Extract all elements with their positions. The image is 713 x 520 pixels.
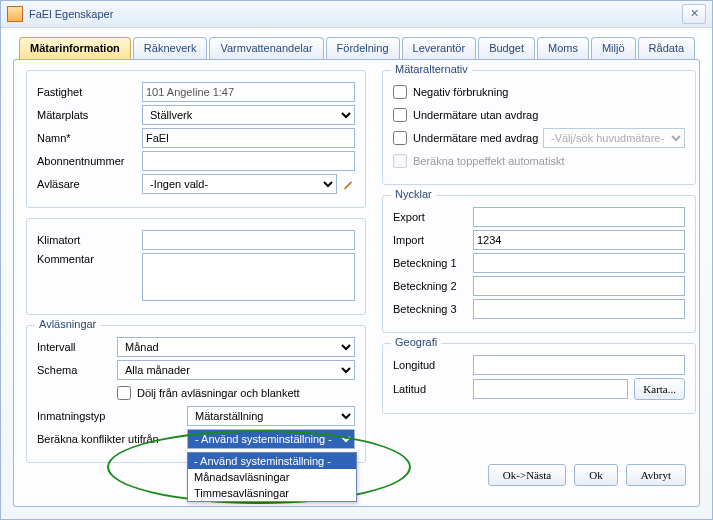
checkbox-icon[interactable] bbox=[393, 131, 407, 145]
dropdown-option[interactable]: - Använd systeminställning - bbox=[188, 453, 356, 469]
berakna-konflikter-dropdown: - Använd systeminställning - Månadsavläs… bbox=[187, 452, 357, 502]
matarplats-label: Mätarplats bbox=[37, 109, 142, 121]
namn-field[interactable] bbox=[142, 128, 355, 148]
berakna-konflikter-label: Beräkna konflikter utifrån bbox=[37, 433, 187, 445]
negativ-checkbox[interactable]: Negativ förbrukning bbox=[393, 85, 508, 99]
tab-budget[interactable]: Budget bbox=[478, 37, 535, 59]
group-klimat: Klimatort Kommentar bbox=[26, 218, 366, 315]
app-icon bbox=[7, 6, 23, 22]
nycklar-legend: Nycklar bbox=[391, 188, 436, 200]
kommentar-label: Kommentar bbox=[37, 253, 142, 265]
dropdown-option[interactable]: Månadsavläsningar bbox=[188, 469, 356, 485]
longitud-label: Longitud bbox=[393, 359, 473, 371]
inmatningstyp-label: Inmatningstyp bbox=[37, 410, 117, 422]
karta-button[interactable]: Karta... bbox=[634, 378, 685, 400]
tab-leverantor[interactable]: Leverantör bbox=[402, 37, 477, 59]
dialog-window: FaEl Egenskaper ✕ Mätarinformation Räkne… bbox=[0, 0, 713, 520]
intervall-label: Intervall bbox=[37, 341, 117, 353]
hide-readings-checkbox[interactable]: Dölj från avläsningar och blankett bbox=[117, 386, 300, 400]
group-avlasningar: Avläsningar Intervall Månad Schema Alla … bbox=[26, 325, 366, 463]
group-basic: Fastighet Mätarplats Ställverk Namn* Abo… bbox=[26, 70, 366, 208]
group-geografi: Geografi Longitud Latitud Karta... bbox=[382, 343, 696, 414]
schema-label: Schema bbox=[37, 364, 117, 376]
intervall-select[interactable]: Månad bbox=[117, 337, 355, 357]
export-label: Export bbox=[393, 211, 473, 223]
import-label: Import bbox=[393, 234, 473, 246]
avlasningar-legend: Avläsningar bbox=[35, 318, 100, 330]
checkbox-icon[interactable] bbox=[393, 108, 407, 122]
namn-label: Namn* bbox=[37, 132, 142, 144]
longitud-field[interactable] bbox=[473, 355, 685, 375]
avlasare-select[interactable]: -Ingen vald- bbox=[142, 174, 337, 194]
tab-radata[interactable]: Rådata bbox=[638, 37, 695, 59]
close-icon[interactable]: ✕ bbox=[682, 4, 706, 24]
tab-miljo[interactable]: Miljö bbox=[591, 37, 636, 59]
beteckning2-label: Beteckning 2 bbox=[393, 280, 473, 292]
huvudmatare-select: -Välj/sök huvudmätare- bbox=[543, 128, 685, 148]
edit-avlasare-icon[interactable] bbox=[341, 177, 355, 191]
beteckning3-field[interactable] bbox=[473, 299, 685, 319]
inmatningstyp-select[interactable]: Mätarställning bbox=[187, 406, 355, 426]
hide-readings-label: Dölj från avläsningar och blankett bbox=[137, 387, 300, 399]
titlebar: FaEl Egenskaper ✕ bbox=[1, 1, 712, 28]
geografi-legend: Geografi bbox=[391, 336, 441, 348]
beteckning2-field[interactable] bbox=[473, 276, 685, 296]
abonnentnummer-field[interactable] bbox=[142, 151, 355, 171]
window-title: FaEl Egenskaper bbox=[29, 8, 682, 20]
schema-select[interactable]: Alla månader bbox=[117, 360, 355, 380]
fastighet-label: Fastighet bbox=[37, 86, 142, 98]
dialog-footer: Ok->Nästa Ok Avbryt bbox=[488, 464, 686, 486]
checkbox-icon[interactable] bbox=[393, 85, 407, 99]
beteckning1-label: Beteckning 1 bbox=[393, 257, 473, 269]
tab-strip: Mätarinformation Räkneverk Varmvattenand… bbox=[1, 28, 712, 58]
import-field[interactable] bbox=[473, 230, 685, 250]
tab-matarinformation[interactable]: Mätarinformation bbox=[19, 37, 131, 59]
cancel-button[interactable]: Avbryt bbox=[626, 464, 686, 486]
klimatort-field[interactable] bbox=[142, 230, 355, 250]
ok-next-button[interactable]: Ok->Nästa bbox=[488, 464, 566, 486]
dropdown-option[interactable]: Timmesavläsningar bbox=[188, 485, 356, 501]
group-nycklar: Nycklar Export Import Beteckning 1 Betec… bbox=[382, 195, 696, 333]
undermatare-utan-checkbox[interactable]: Undermätare utan avdrag bbox=[393, 108, 538, 122]
berakna-topp-checkbox: Beräkna toppeffekt automatiskt bbox=[393, 154, 564, 168]
abonnentnummer-label: Abonnentnummer bbox=[37, 155, 142, 167]
tab-rakneverk[interactable]: Räkneverk bbox=[133, 37, 208, 59]
tab-moms[interactable]: Moms bbox=[537, 37, 589, 59]
kommentar-field[interactable] bbox=[142, 253, 355, 301]
klimatort-label: Klimatort bbox=[37, 234, 142, 246]
export-field[interactable] bbox=[473, 207, 685, 227]
checkbox-icon bbox=[393, 154, 407, 168]
berakna-konflikter-select[interactable]: - Använd systeminställning - bbox=[187, 429, 355, 449]
mataralternativ-legend: Mätaralternativ bbox=[391, 63, 472, 75]
latitud-field[interactable] bbox=[473, 379, 628, 399]
tab-varmvattenandelar[interactable]: Varmvattenandelar bbox=[209, 37, 323, 59]
avlasare-label: Avläsare bbox=[37, 178, 142, 190]
tab-panel: Fastighet Mätarplats Ställverk Namn* Abo… bbox=[13, 59, 700, 507]
ok-button[interactable]: Ok bbox=[574, 464, 617, 486]
tab-fordelning[interactable]: Fördelning bbox=[326, 37, 400, 59]
latitud-label: Latitud bbox=[393, 383, 473, 395]
group-mataralternativ: Mätaralternativ Negativ förbrukning Unde… bbox=[382, 70, 696, 185]
matarplats-select[interactable]: Ställverk bbox=[142, 105, 355, 125]
undermatare-med-checkbox[interactable]: Undermätare med avdrag bbox=[393, 131, 543, 145]
fastighet-field bbox=[142, 82, 355, 102]
beteckning3-label: Beteckning 3 bbox=[393, 303, 473, 315]
hide-readings-check-icon[interactable] bbox=[117, 386, 131, 400]
beteckning1-field[interactable] bbox=[473, 253, 685, 273]
